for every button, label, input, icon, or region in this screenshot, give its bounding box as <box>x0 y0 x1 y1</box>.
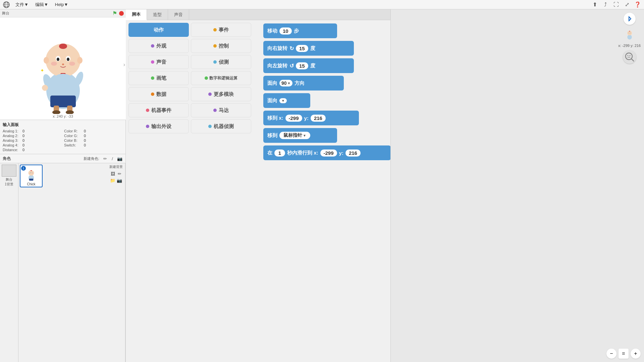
analog3-row: Analog 3: 0 <box>3 138 61 142</box>
goto-mouse-label: 移到 <box>267 132 277 139</box>
bg-folder-icon[interactable]: 📁 <box>110 177 116 183</box>
red-stop-button[interactable] <box>119 11 124 16</box>
svg-text:✦: ✦ <box>40 68 44 73</box>
characters-header: 角色 新建角色: ✏ / 📷 <box>0 154 125 163</box>
distance-label: Distance: <box>3 148 21 152</box>
cat-data-label: 数据 <box>156 91 166 98</box>
zoom-reset-button[interactable]: = <box>619 349 629 359</box>
cat-data[interactable]: 数据 <box>128 87 189 101</box>
fullscreen-icon[interactable]: ⛶ <box>612 1 620 8</box>
goto-y-input[interactable]: 216 <box>311 115 326 122</box>
sprite-item-chick[interactable]: 1 <box>20 165 43 187</box>
stage-scroll-arrow[interactable]: › <box>123 62 125 68</box>
block-move-steps[interactable]: 移动 10 步 <box>263 23 337 38</box>
cat-pen[interactable]: 画笔 <box>128 71 189 85</box>
move-steps-input[interactable]: 10 <box>279 27 292 35</box>
upload-icon[interactable]: ⬆ <box>591 1 598 8</box>
block-goto-mouse[interactable]: 移到 鼠标指针 ▼ <box>263 128 337 143</box>
tab-sound[interactable]: 声音 <box>168 9 189 20</box>
tab-script[interactable]: 脚本 <box>126 9 147 20</box>
glide-prefix: 在 <box>267 150 272 156</box>
svg-point-29 <box>31 170 32 171</box>
colorg-label: Color G: <box>64 134 83 138</box>
cat-control[interactable]: 控制 <box>191 39 251 53</box>
green-flag-button[interactable]: ⚑ <box>112 10 117 16</box>
glide-mid-label: 秒内滑行到 x: <box>287 150 318 156</box>
analog3-label: Analog 3: <box>3 138 21 142</box>
cat-more[interactable]: 更多模块 <box>191 87 251 101</box>
char-camera-icon[interactable]: 📷 <box>117 156 123 162</box>
bg-paint-icon[interactable]: ✏ <box>116 171 122 177</box>
cat-events[interactable]: 事件 <box>191 23 251 37</box>
stage-thumb-box[interactable] <box>2 165 16 177</box>
turn-left-input[interactable]: 15 <box>296 62 308 69</box>
bg-image-icon[interactable]: 🖼 <box>110 171 116 177</box>
bg-camera-icon[interactable]: 📷 <box>116 177 122 183</box>
cat-operators-label: 数字和逻辑运算 <box>209 75 237 81</box>
mini-sprite-img <box>624 28 636 40</box>
upload2-icon[interactable]: ⤴ <box>602 1 609 8</box>
face-dir-dropdown[interactable]: 90 ▼ <box>279 80 292 86</box>
motion-blocks: 移动 10 步 向右旋转 ↻ 15 度 向左旋转 ↺ 15 度 <box>260 20 390 362</box>
cat-robot-events[interactable]: 机器事件 <box>128 103 189 117</box>
distance-row: Distance: 0 <box>3 148 61 152</box>
cat-output[interactable]: 输出外设 <box>128 119 189 133</box>
cat-events-label: 事件 <box>219 27 229 33</box>
block-face-mouse[interactable]: 面向 ▼ <box>263 93 310 108</box>
block-glide-xy[interactable]: 在 1 秒内滑行到 x: -299 y: 216 <box>263 145 390 160</box>
cat-motor[interactable]: 马达 <box>191 103 251 117</box>
svg-rect-18 <box>50 96 76 107</box>
glide-y-input[interactable]: 216 <box>345 149 361 157</box>
svg-point-34 <box>29 173 30 174</box>
char-paint-icon[interactable]: ✏ <box>102 156 108 162</box>
colorr-label: Color R: <box>64 129 83 133</box>
cat-robot-sensing[interactable]: 机器侦测 <box>191 119 251 133</box>
block-goto-xy[interactable]: 移到 x: -299 y: 216 <box>263 111 359 125</box>
glide-secs-input[interactable]: 1 <box>274 149 285 157</box>
goto-x-input[interactable]: -299 <box>285 115 302 122</box>
turn-left-label: 向左旋转 <box>267 63 287 69</box>
analog3-val: 0 <box>22 138 24 142</box>
turn-right-input[interactable]: 15 <box>296 45 308 52</box>
file-menu[interactable]: 文件▼ <box>14 1 30 8</box>
magnify-sad-button[interactable] <box>623 50 636 64</box>
analog4-row: Analog 4: 0 <box>3 143 61 147</box>
edit-menu[interactable]: 编辑▼ <box>34 1 50 8</box>
cat-sensing[interactable]: 侦测 <box>191 55 251 69</box>
zoom-out-button[interactable]: − <box>606 349 616 359</box>
svg-point-15 <box>69 62 75 66</box>
characters-label: 角色 <box>3 156 11 162</box>
svg-point-47 <box>629 55 630 56</box>
colorb-row: Color B: 0 <box>64 138 123 142</box>
bluetooth-button[interactable] <box>624 13 636 25</box>
goto-mouse-dropdown[interactable]: 鼠标指针 ▼ <box>279 132 310 139</box>
char-tool-icons: ✏ / 📷 <box>102 156 123 162</box>
face-mouse-dropdown[interactable]: ▼ <box>279 98 287 103</box>
analog4-val: 0 <box>22 143 24 147</box>
stage-canvas: ✦ <box>0 17 126 120</box>
cat-motion-label: 动作 <box>154 27 164 33</box>
cat-looks[interactable]: 外观 <box>128 39 189 53</box>
cat-operators[interactable]: 数字和逻辑运算 <box>191 71 251 85</box>
left-panel: 舞台 ⚑ <box>0 9 126 362</box>
zoom-in-button[interactable]: + <box>631 349 641 359</box>
block-turn-left[interactable]: 向左旋转 ↺ 15 度 <box>263 58 354 73</box>
globe-icon[interactable] <box>3 1 10 8</box>
block-face-dir[interactable]: 面向 90 ▼ 方向 <box>263 76 344 90</box>
expand-icon[interactable]: ⤢ <box>623 1 631 8</box>
help-menu[interactable]: Help▼ <box>54 1 70 8</box>
glide-x-input[interactable]: -299 <box>320 149 337 157</box>
help-icon[interactable]: ❓ <box>634 1 641 8</box>
block-turn-right[interactable]: 向右旋转 ↻ 15 度 <box>263 41 354 56</box>
distance-val: 0 <box>22 148 24 152</box>
cat-motion[interactable]: 动作 <box>128 23 189 37</box>
dropdown-arrow-icon: ▼ <box>287 81 291 85</box>
switch-val: 0 <box>84 143 86 147</box>
goto-xy-label: 移到 x: <box>267 115 283 121</box>
cat-sound[interactable]: 声音 <box>128 55 189 69</box>
tab-costume[interactable]: 造型 <box>147 9 168 20</box>
rotate-right-icon: ↻ <box>289 45 294 52</box>
main-layout: 舞台 ⚑ <box>0 9 644 362</box>
right-top-icons: x: -299 y: 216 <box>618 13 641 64</box>
char-folder-icon[interactable]: / <box>109 156 115 162</box>
